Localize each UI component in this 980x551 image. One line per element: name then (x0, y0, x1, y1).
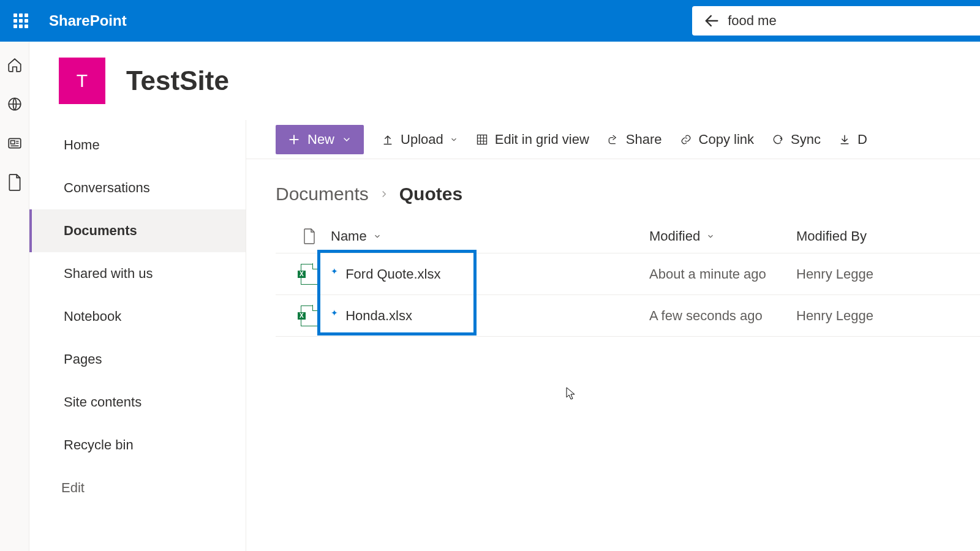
search-input[interactable] (728, 13, 980, 29)
file-type-icon: X (276, 305, 331, 326)
nav-recycle-bin[interactable]: Recycle bin (29, 424, 246, 467)
file-name[interactable]: Honda.xlsx (345, 308, 412, 323)
share-label: Share (626, 132, 662, 148)
plus-icon (288, 133, 300, 146)
nav-documents[interactable]: Documents (29, 209, 246, 252)
table-row[interactable]: X ✦ Ford Quote.xlsx About a minute ago H… (276, 253, 980, 295)
nav-edit-link[interactable]: Edit (29, 467, 246, 509)
file-name-cell[interactable]: ✦ Honda.xlsx (331, 308, 649, 324)
file-icon (8, 174, 21, 191)
copy-link-button[interactable]: Copy link (679, 132, 754, 148)
columns: Home Conversations Documents Shared with… (29, 120, 980, 551)
modified-by-cell[interactable]: Henry Legge (796, 266, 980, 282)
site-nav: Home Conversations Documents Shared with… (29, 120, 246, 551)
nav-site-contents[interactable]: Site contents (29, 381, 246, 424)
column-modified-label: Modified (649, 228, 700, 244)
new-indicator-icon: ✦ (331, 266, 338, 276)
grid-icon (475, 133, 489, 146)
modified-by-cell[interactable]: Henry Legge (796, 308, 980, 324)
nav-notebook[interactable]: Notebook (29, 295, 246, 338)
excel-icon: X (301, 264, 318, 285)
new-indicator-icon: ✦ (331, 308, 338, 318)
breadcrumb-current: Quotes (399, 184, 462, 204)
breadcrumb-root[interactable]: Documents (276, 184, 369, 204)
rail-news-button[interactable] (6, 135, 23, 152)
sync-icon (771, 133, 785, 146)
rows-wrapper: X ✦ Ford Quote.xlsx About a minute ago H… (276, 253, 980, 337)
file-type-icon: X (276, 264, 331, 285)
share-icon (606, 133, 620, 146)
chevron-right-icon (379, 189, 390, 200)
search-back-button[interactable] (701, 9, 723, 33)
arrow-left-icon (703, 12, 720, 29)
chevron-down-icon (706, 232, 715, 241)
table-row[interactable]: X ✦ Honda.xlsx A few seconds ago Henry L… (276, 295, 980, 337)
new-button-label: New (307, 132, 334, 148)
brand-label[interactable]: SharePoint (49, 12, 127, 29)
rail-globe-button[interactable] (6, 96, 23, 113)
chevron-down-icon (450, 135, 458, 144)
body: T TestSite Home Conversations Documents … (0, 42, 980, 551)
edit-grid-button[interactable]: Edit in grid view (475, 132, 589, 148)
download-button[interactable]: D (838, 132, 867, 148)
command-bar: New Upload (246, 120, 980, 159)
modified-cell: About a minute ago (649, 266, 796, 282)
rail-files-button[interactable] (6, 174, 23, 191)
sync-button[interactable]: Sync (771, 132, 821, 148)
nav-home[interactable]: Home (29, 124, 246, 167)
modified-cell: A few seconds ago (649, 308, 796, 324)
chevron-down-icon (342, 135, 352, 144)
nav-pages[interactable]: Pages (29, 338, 246, 381)
site-title[interactable]: TestSite (126, 66, 229, 96)
nav-conversations[interactable]: Conversations (29, 167, 246, 209)
column-modified-by-label: Modified By (796, 228, 867, 244)
file-name[interactable]: Ford Quote.xlsx (345, 266, 440, 282)
content: T TestSite Home Conversations Documents … (29, 42, 980, 551)
chevron-down-icon (373, 232, 382, 241)
edit-grid-label: Edit in grid view (495, 132, 589, 148)
svg-rect-3 (477, 135, 486, 144)
rail-home-button[interactable] (6, 56, 23, 73)
column-name[interactable]: Name (331, 228, 649, 244)
upload-button[interactable]: Upload (381, 132, 458, 148)
new-button[interactable]: New (276, 125, 364, 154)
share-button[interactable]: Share (606, 132, 662, 148)
file-name-cell[interactable]: ✦ Ford Quote.xlsx (331, 266, 649, 282)
sync-label: Sync (791, 132, 821, 148)
download-icon (838, 133, 851, 146)
excel-icon: X (301, 305, 318, 326)
globe-icon (7, 96, 23, 112)
file-list: Name Modified Modified By (246, 219, 980, 337)
copy-link-label: Copy link (699, 132, 754, 148)
app-launcher-button[interactable] (0, 0, 42, 42)
upload-label: Upload (401, 132, 443, 148)
nav-shared-with-us[interactable]: Shared with us (29, 252, 246, 295)
download-label: D (858, 132, 867, 148)
list-header: Name Modified Modified By (276, 219, 980, 253)
upload-icon (381, 133, 394, 146)
column-modified-by[interactable]: Modified By (796, 228, 980, 244)
breadcrumb: Documents Quotes (246, 159, 980, 219)
main: New Upload (246, 120, 980, 551)
search-box[interactable] (692, 6, 980, 36)
home-icon (7, 57, 23, 73)
column-modified[interactable]: Modified (649, 228, 796, 244)
site-logo[interactable]: T (59, 58, 105, 104)
site-header: T TestSite (29, 42, 980, 120)
link-icon (679, 133, 693, 146)
news-icon (7, 135, 23, 151)
document-icon (303, 228, 315, 244)
waffle-icon (13, 13, 28, 28)
column-name-label: Name (331, 228, 367, 244)
svg-rect-2 (10, 141, 15, 144)
column-type-icon[interactable] (276, 228, 331, 244)
global-rail (0, 42, 29, 551)
top-bar: SharePoint (0, 0, 980, 42)
